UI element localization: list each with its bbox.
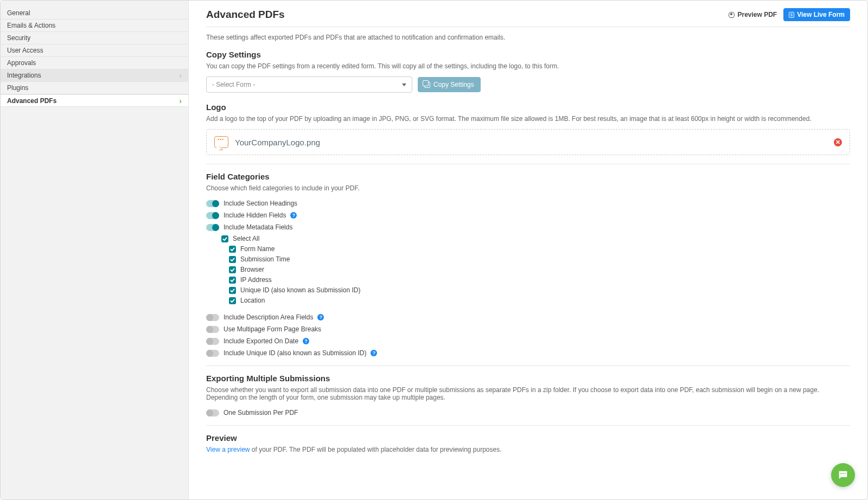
toggle-one-submission-per-pdf[interactable] xyxy=(206,409,219,416)
delete-logo-button[interactable]: ✕ xyxy=(834,138,842,146)
view-live-form-button[interactable]: View Live Form xyxy=(783,8,850,21)
help-icon[interactable]: ? xyxy=(303,338,309,344)
help-icon[interactable]: ? xyxy=(317,314,324,320)
copy-settings-desc: You can copy the PDF settings from a rec… xyxy=(206,62,850,70)
svg-rect-1 xyxy=(843,473,844,474)
exporting-title: Exporting Multiple Submissions xyxy=(206,374,850,383)
sidebar-item-advanced-pdfs[interactable]: Advanced PDFs› xyxy=(1,94,188,107)
help-fab-button[interactable] xyxy=(831,463,855,487)
sidebar-item-approvals[interactable]: Approvals xyxy=(1,57,188,69)
field-categories-title: Field Categories xyxy=(206,172,850,181)
toggle-description-area-fields[interactable] xyxy=(206,314,219,321)
checkbox-submission-time[interactable] xyxy=(229,256,236,263)
select-form-dropdown[interactable]: - Select Form - xyxy=(206,76,412,93)
sidebar: General Emails & Actions Security User A… xyxy=(1,1,189,499)
toggle-multipage-breaks[interactable] xyxy=(206,326,219,333)
preview-pdf-button[interactable]: Preview PDF xyxy=(729,11,777,18)
help-icon[interactable]: ? xyxy=(371,350,377,356)
sidebar-item-emails-actions[interactable]: Emails & Actions xyxy=(1,20,188,32)
toggle-exported-on-date[interactable] xyxy=(206,338,219,345)
checkbox-row-ip-address: IP Address xyxy=(229,275,850,284)
copy-settings-button[interactable]: Copy Settings xyxy=(418,77,481,92)
field-categories-desc: Choose which field categories to include… xyxy=(206,184,850,192)
toggle-include-unique-id[interactable] xyxy=(206,350,219,357)
toggle-hidden-fields[interactable] xyxy=(206,212,219,219)
sidebar-item-user-access[interactable]: User Access xyxy=(1,44,188,57)
svg-rect-2 xyxy=(845,473,846,474)
preview-text: View a preview of your PDF. The PDF will… xyxy=(206,446,850,453)
checkbox-row-select-all: Select All xyxy=(221,234,850,243)
checkbox-unique-id[interactable] xyxy=(229,287,236,294)
exporting-desc: Choose whether you want to export all su… xyxy=(206,386,850,401)
logo-filename: YourCompanyLogo.png xyxy=(235,138,320,147)
toggle-row-exported-on: Include Exported On Date ? xyxy=(206,336,850,346)
svg-rect-0 xyxy=(840,473,841,474)
chevron-right-icon: › xyxy=(179,98,182,104)
view-preview-link[interactable]: View a preview xyxy=(206,446,250,453)
logo-title: Logo xyxy=(206,102,850,112)
divider xyxy=(206,366,850,366)
sidebar-item-security[interactable]: Security xyxy=(1,32,188,44)
copy-settings-row: - Select Form - Copy Settings xyxy=(206,76,850,93)
toggle-metadata-fields[interactable] xyxy=(206,224,219,231)
toggle-row-metadata: Include Metadata Fields xyxy=(206,222,850,232)
preview-title: Preview xyxy=(206,433,850,443)
sidebar-item-integrations[interactable]: Integrations› xyxy=(1,69,188,82)
eye-icon xyxy=(729,12,735,18)
toggle-row-one-per-pdf: One Submission Per PDF xyxy=(206,408,850,418)
checkbox-form-name[interactable] xyxy=(229,246,236,253)
toggle-row-section-headings: Include Section Headings xyxy=(206,198,850,208)
caret-down-icon xyxy=(402,84,406,86)
main-content: Advanced PDFs Preview PDF View Live Form… xyxy=(189,1,867,499)
checkbox-row-form-name: Form Name xyxy=(229,245,850,253)
chat-icon xyxy=(837,469,849,481)
help-icon[interactable]: ? xyxy=(290,212,297,219)
divider xyxy=(206,164,850,164)
copy-icon xyxy=(424,82,430,88)
logo-thumbnail-icon xyxy=(214,136,228,148)
checkbox-row-location: Location xyxy=(229,296,850,305)
header-actions: Preview PDF View Live Form xyxy=(729,8,850,21)
toggle-row-hidden-fields: Include Hidden Fields ? xyxy=(206,210,850,220)
checkbox-row-unique-id: Unique ID (also known as Submission ID) xyxy=(229,286,850,294)
checkbox-row-browser: Browser xyxy=(229,265,850,274)
checkbox-location[interactable] xyxy=(229,297,236,304)
page-title: Advanced PDFs xyxy=(206,9,285,21)
checkbox-row-submission-time: Submission Time xyxy=(229,255,850,264)
intro-text: These settings affect exported PDFs and … xyxy=(206,34,850,41)
divider xyxy=(206,425,850,426)
page-header: Advanced PDFs Preview PDF View Live Form xyxy=(206,8,850,27)
sidebar-item-general[interactable]: General xyxy=(1,7,188,20)
form-icon xyxy=(789,12,794,18)
sidebar-item-plugins[interactable]: Plugins xyxy=(1,82,188,94)
checkbox-ip-address[interactable] xyxy=(229,277,236,284)
toggle-section-headings[interactable] xyxy=(206,200,219,207)
copy-settings-title: Copy Settings xyxy=(206,50,850,59)
toggle-row-include-unique-id: Include Unique ID (also known as Submiss… xyxy=(206,348,850,358)
logo-upload-box[interactable]: YourCompanyLogo.png ✕ xyxy=(206,129,850,155)
logo-desc: Add a logo to the top of your PDF by upl… xyxy=(206,115,850,123)
toggle-row-multipage: Use Multipage Form Page Breaks xyxy=(206,324,850,334)
chevron-right-icon: › xyxy=(179,72,182,79)
checkbox-browser[interactable] xyxy=(229,266,236,273)
checkbox-select-all[interactable] xyxy=(221,235,228,242)
app-window: General Emails & Actions Security User A… xyxy=(0,0,868,500)
toggle-row-desc-area: Include Description Area Fields ? xyxy=(206,312,850,322)
